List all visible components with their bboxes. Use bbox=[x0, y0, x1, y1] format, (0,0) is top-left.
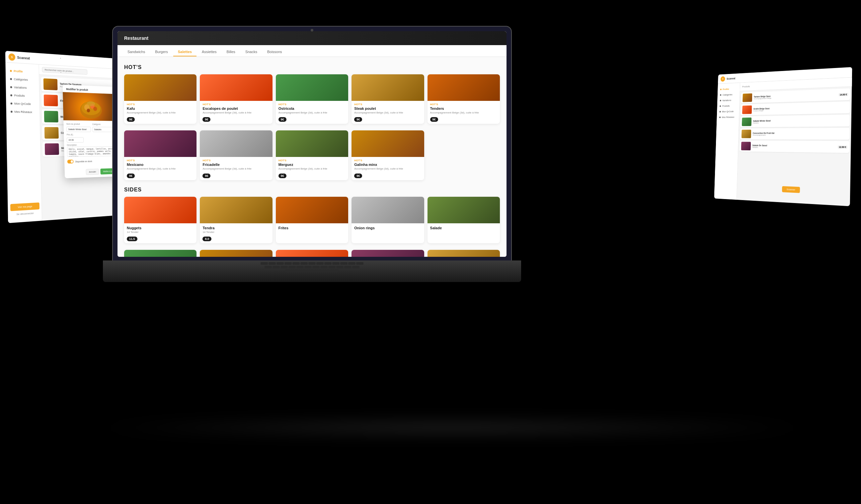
r-price-5: 12.90 € bbox=[837, 145, 847, 148]
left-logo: S bbox=[8, 53, 15, 61]
modal-title: Modifier le produit bbox=[66, 87, 88, 91]
modal-actions: Annuler Mettre à jour bbox=[65, 166, 120, 178]
menu-card-steak: HOT'S Steak poulet Accompagnement Belge … bbox=[352, 74, 424, 124]
steak-category: HOT'S bbox=[354, 103, 421, 106]
laptop-container: Restaurant Sandwichs Burgers Salettes As… bbox=[113, 27, 511, 273]
galinha-info: HOT'S Galinha minx Accompagnement Belge … bbox=[352, 157, 424, 180]
description-textarea[interactable]: Edils, avocat, mangue, lentilles, pois c… bbox=[67, 146, 117, 157]
modal-image bbox=[63, 92, 118, 121]
product-thumb-4 bbox=[44, 127, 59, 139]
menu-app-header: Restaurant bbox=[118, 31, 506, 45]
left-search-input[interactable] bbox=[42, 67, 87, 75]
spacebar bbox=[285, 269, 339, 272]
logout-link[interactable]: Se déconnecter bbox=[10, 211, 40, 216]
right-header-label: Produits bbox=[742, 85, 750, 88]
price-input[interactable] bbox=[67, 137, 84, 143]
device-shadow bbox=[86, 418, 818, 438]
category-group: Catégorie bbox=[92, 123, 116, 132]
nuggets-info: Nuggets 14 Tender 11.5 bbox=[124, 223, 196, 243]
frites-info: Frites bbox=[276, 223, 348, 233]
ostricola-info: HOT'S Ostricola Accompagnement Belge (3d… bbox=[276, 101, 348, 124]
steak-info: HOT'S Steak poulet Accompagnement Belge … bbox=[352, 101, 424, 124]
tab-boissons[interactable]: Boissons bbox=[262, 48, 287, 56]
tab-snacks[interactable]: Snacks bbox=[241, 48, 262, 56]
tenders-info: HOT'S Tenders Accompagnement Belge (3d),… bbox=[427, 101, 500, 124]
sides-section-title: SIDES bbox=[124, 187, 500, 193]
sides-salade: Salade bbox=[427, 197, 500, 243]
salade-info: Salade bbox=[427, 223, 500, 233]
sidebar-item-products[interactable]: Produits bbox=[6, 91, 40, 100]
r-product-4: Concoction De Fruit-Sal Accompagnement bbox=[740, 128, 850, 140]
menu-card-6: HOT'S Mexicano Accompagnement Belge (3d)… bbox=[124, 130, 196, 180]
scanner-button[interactable]: Scanner bbox=[782, 186, 800, 193]
galinha-category: HOT'S bbox=[354, 159, 421, 162]
products-dot bbox=[10, 94, 12, 96]
card6-price: 9€ bbox=[127, 173, 135, 178]
qrcode-dot bbox=[11, 102, 13, 104]
r-product-5: Salade De Saoul Salades 12.90 € bbox=[739, 141, 849, 153]
sidebar-item-variations[interactable]: Variations bbox=[6, 83, 39, 92]
laptop-screen: Restaurant Sandwichs Burgers Salettes As… bbox=[113, 27, 511, 262]
product-name-input[interactable] bbox=[66, 127, 91, 132]
sides-salade-crispy: Salade Crispy 3.5 bbox=[124, 250, 196, 257]
right-sidebar-products[interactable]: Produits bbox=[717, 103, 739, 109]
escalopes-name: Escalopes de poulet bbox=[203, 107, 270, 111]
price-group: Prix (€) bbox=[67, 134, 116, 143]
tab-billes[interactable]: Billes bbox=[222, 48, 240, 56]
stock-toggle[interactable] bbox=[67, 159, 74, 164]
onion-img bbox=[352, 197, 424, 223]
key-24 bbox=[344, 266, 352, 268]
tab-sandwichs[interactable]: Sandwichs bbox=[123, 48, 150, 56]
admin-panel-right: S Scaneat Profile Catégories Variations bbox=[714, 67, 852, 206]
key-5 bbox=[292, 262, 300, 265]
key-3 bbox=[276, 262, 284, 265]
key-14 bbox=[264, 266, 272, 268]
sides-grid-2: Salade Crispy 3.5 Salade César 9.5 bbox=[124, 250, 500, 257]
variations-dot bbox=[10, 86, 12, 88]
kafu-desc: Accompagnement Belge (3d), cuite à frite bbox=[127, 111, 194, 114]
hots-section-title: HOT'S bbox=[124, 65, 500, 70]
right-sidebar-qrcode[interactable]: Mon QrCode bbox=[717, 109, 739, 114]
product-name-label: Nom du produit bbox=[66, 123, 91, 125]
galinha-img bbox=[352, 130, 424, 157]
r-name-3: Salade Winter Bowl bbox=[753, 120, 771, 122]
scene: S Scaneat Profile Catégories Variations bbox=[0, 0, 861, 504]
food-visual bbox=[63, 92, 118, 121]
key-9 bbox=[324, 262, 332, 265]
steak-price: 9€ bbox=[354, 117, 362, 122]
r-price-1: 14.90 € bbox=[838, 93, 848, 96]
sidebar-item-networks[interactable]: Mes Réseaux bbox=[6, 107, 40, 116]
card6-desc: Accompagnement Belge (3d), cuite à frite bbox=[127, 167, 194, 170]
tab-assiettes[interactable]: Assiettes bbox=[197, 48, 221, 56]
onion-info: Onion rings bbox=[352, 223, 424, 233]
escalopes-img bbox=[200, 74, 272, 101]
category-input[interactable] bbox=[92, 127, 115, 132]
key-23 bbox=[336, 266, 343, 268]
key-21 bbox=[320, 266, 328, 268]
key-11 bbox=[340, 262, 347, 265]
sides-salade-cesar: Salade César 9.5 bbox=[200, 250, 272, 257]
fricadelle-category: HOT'S bbox=[203, 159, 270, 162]
menu-card-escalopes: HOT'S Escalopes de poulet Accompagnement… bbox=[200, 74, 272, 124]
menu-card-galinha: HOT'S Galinha minx Accompagnement Belge … bbox=[352, 130, 424, 180]
r-cat-dot bbox=[720, 94, 721, 96]
tab-salettes[interactable]: Salettes bbox=[173, 48, 196, 56]
key-2 bbox=[269, 262, 276, 265]
menu-tabs: Sandwichs Burgers Salettes Assiettes Bil… bbox=[118, 45, 506, 57]
kafu-img bbox=[124, 74, 196, 101]
category-label: Catégorie bbox=[92, 123, 115, 125]
sides-nuggets: Nuggets 14 Tender 11.5 bbox=[124, 197, 196, 243]
right-sidebar-networks[interactable]: Mes Réseaux bbox=[716, 114, 739, 120]
sides-grid: Nuggets 14 Tender 11.5 Tendra 14 Tender bbox=[124, 197, 500, 243]
sidebar-item-qrcode[interactable]: Mon QrCode bbox=[6, 99, 40, 108]
profile-dot bbox=[10, 70, 12, 72]
card6-name: Mexicano bbox=[127, 163, 194, 167]
view-page-button[interactable]: Voir ma page bbox=[10, 202, 40, 211]
menu-app: Restaurant Sandwichs Burgers Salettes As… bbox=[118, 31, 506, 257]
r-product-1: Tartare Belge Sauc Accompagnement Belge … bbox=[741, 88, 850, 103]
r-var-dot bbox=[720, 100, 721, 101]
tab-burgers[interactable]: Burgers bbox=[150, 48, 173, 56]
right-sidebar-variations[interactable]: Variations bbox=[717, 97, 739, 103]
cancel-button[interactable]: Annuler bbox=[86, 169, 99, 175]
r-info-2: Gratin Belge Sauc Cuisine Belge bbox=[753, 107, 770, 111]
